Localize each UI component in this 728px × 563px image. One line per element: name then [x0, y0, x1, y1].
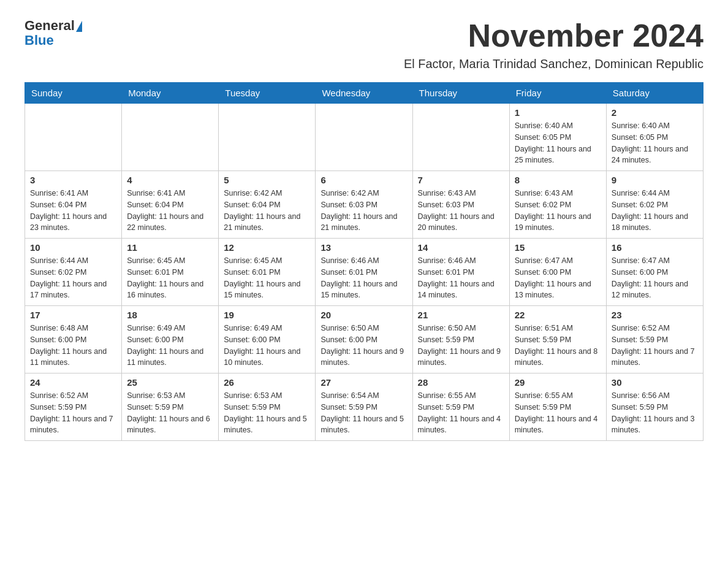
day-number: 24: [30, 377, 116, 388]
weekday-header-monday: Monday: [122, 83, 219, 104]
day-info: Sunrise: 6:52 AMSunset: 5:59 PMDaylight:…: [612, 323, 698, 369]
day-number: 13: [320, 242, 407, 253]
calendar-cell: 28Sunrise: 6:55 AMSunset: 5:59 PMDayligh…: [412, 373, 509, 441]
calendar-cell: [316, 104, 412, 171]
calendar-cell: 30Sunrise: 6:56 AMSunset: 5:59 PMDayligh…: [606, 373, 703, 441]
day-number: 3: [30, 175, 116, 185]
day-info: Sunrise: 6:43 AMSunset: 6:03 PMDaylight:…: [418, 188, 504, 234]
day-info: Sunrise: 6:55 AMSunset: 5:59 PMDaylight:…: [515, 390, 601, 436]
calendar-cell: 18Sunrise: 6:49 AMSunset: 6:00 PMDayligh…: [122, 306, 219, 373]
day-number: 4: [127, 175, 213, 185]
day-info: Sunrise: 6:43 AMSunset: 6:02 PMDaylight:…: [515, 188, 601, 234]
day-info: Sunrise: 6:48 AMSunset: 6:00 PMDaylight:…: [30, 323, 116, 369]
day-info: Sunrise: 6:41 AMSunset: 6:04 PMDaylight:…: [127, 188, 213, 234]
day-info: Sunrise: 6:42 AMSunset: 6:03 PMDaylight:…: [320, 188, 407, 234]
calendar-cell: 5Sunrise: 6:42 AMSunset: 6:04 PMDaylight…: [219, 171, 316, 239]
weekday-header-saturday: Saturday: [606, 83, 703, 104]
calendar-cell: 27Sunrise: 6:54 AMSunset: 5:59 PMDayligh…: [316, 373, 412, 441]
location-title: El Factor, Maria Trinidad Sanchez, Domin…: [404, 57, 703, 71]
calendar-cell: 24Sunrise: 6:52 AMSunset: 5:59 PMDayligh…: [25, 373, 122, 441]
calendar-cell: 13Sunrise: 6:46 AMSunset: 6:01 PMDayligh…: [316, 239, 412, 306]
weekday-header-row: SundayMondayTuesdayWednesdayThursdayFrid…: [25, 83, 703, 104]
day-number: 2: [612, 107, 698, 118]
calendar-cell: 21Sunrise: 6:50 AMSunset: 5:59 PMDayligh…: [412, 306, 509, 373]
page-header: General Blue November 2024 El Factor, Ma…: [25, 18, 703, 71]
day-info: Sunrise: 6:45 AMSunset: 6:01 PMDaylight:…: [224, 255, 310, 301]
day-number: 10: [30, 242, 116, 253]
day-info: Sunrise: 6:42 AMSunset: 6:04 PMDaylight:…: [224, 188, 310, 234]
day-info: Sunrise: 6:40 AMSunset: 6:05 PMDaylight:…: [515, 120, 601, 166]
day-info: Sunrise: 6:47 AMSunset: 6:00 PMDaylight:…: [612, 255, 698, 301]
day-number: 5: [224, 175, 310, 185]
day-number: 17: [30, 310, 116, 320]
month-title: November 2024: [404, 18, 703, 53]
calendar-cell: 25Sunrise: 6:53 AMSunset: 5:59 PMDayligh…: [122, 373, 219, 441]
calendar-cell: [122, 104, 219, 171]
day-number: 30: [612, 377, 698, 388]
day-number: 19: [224, 310, 310, 320]
day-info: Sunrise: 6:45 AMSunset: 6:01 PMDaylight:…: [127, 255, 213, 301]
logo-blue-text: Blue: [25, 33, 82, 48]
calendar-cell: 11Sunrise: 6:45 AMSunset: 6:01 PMDayligh…: [122, 239, 219, 306]
calendar-cell: [412, 104, 509, 171]
day-number: 18: [127, 310, 213, 320]
calendar-cell: 8Sunrise: 6:43 AMSunset: 6:02 PMDaylight…: [509, 171, 606, 239]
day-info: Sunrise: 6:53 AMSunset: 5:59 PMDaylight:…: [224, 390, 310, 436]
week-row-2: 3Sunrise: 6:41 AMSunset: 6:04 PMDaylight…: [25, 171, 703, 239]
weekday-header-sunday: Sunday: [25, 83, 122, 104]
day-info: Sunrise: 6:46 AMSunset: 6:01 PMDaylight:…: [320, 255, 407, 301]
calendar-cell: [219, 104, 316, 171]
day-info: Sunrise: 6:47 AMSunset: 6:00 PMDaylight:…: [515, 255, 601, 301]
day-info: Sunrise: 6:41 AMSunset: 6:04 PMDaylight:…: [30, 188, 116, 234]
weekday-header-thursday: Thursday: [412, 83, 509, 104]
day-info: Sunrise: 6:49 AMSunset: 6:00 PMDaylight:…: [127, 323, 213, 369]
calendar-table: SundayMondayTuesdayWednesdayThursdayFrid…: [25, 82, 703, 441]
week-row-5: 24Sunrise: 6:52 AMSunset: 5:59 PMDayligh…: [25, 373, 703, 441]
day-info: Sunrise: 6:52 AMSunset: 5:59 PMDaylight:…: [30, 390, 116, 436]
calendar-cell: 1Sunrise: 6:40 AMSunset: 6:05 PMDaylight…: [509, 104, 606, 171]
calendar-cell: 26Sunrise: 6:53 AMSunset: 5:59 PMDayligh…: [219, 373, 316, 441]
week-row-3: 10Sunrise: 6:44 AMSunset: 6:02 PMDayligh…: [25, 239, 703, 306]
day-info: Sunrise: 6:40 AMSunset: 6:05 PMDaylight:…: [612, 120, 698, 166]
week-row-1: 1Sunrise: 6:40 AMSunset: 6:05 PMDaylight…: [25, 104, 703, 171]
day-number: 27: [320, 377, 407, 388]
calendar-cell: 23Sunrise: 6:52 AMSunset: 5:59 PMDayligh…: [606, 306, 703, 373]
logo: General Blue: [25, 18, 82, 48]
day-info: Sunrise: 6:44 AMSunset: 6:02 PMDaylight:…: [30, 255, 116, 301]
calendar-cell: 20Sunrise: 6:50 AMSunset: 6:00 PMDayligh…: [316, 306, 412, 373]
calendar-cell: 19Sunrise: 6:49 AMSunset: 6:00 PMDayligh…: [219, 306, 316, 373]
day-number: 16: [612, 242, 698, 253]
day-info: Sunrise: 6:56 AMSunset: 5:59 PMDaylight:…: [612, 390, 698, 436]
day-info: Sunrise: 6:50 AMSunset: 6:00 PMDaylight:…: [320, 323, 407, 369]
day-number: 25: [127, 377, 213, 388]
calendar-cell: [25, 104, 122, 171]
day-info: Sunrise: 6:54 AMSunset: 5:59 PMDaylight:…: [320, 390, 407, 436]
calendar-cell: 3Sunrise: 6:41 AMSunset: 6:04 PMDaylight…: [25, 171, 122, 239]
calendar-cell: 9Sunrise: 6:44 AMSunset: 6:02 PMDaylight…: [606, 171, 703, 239]
day-number: 26: [224, 377, 310, 388]
logo-general-text: General: [25, 18, 75, 33]
day-info: Sunrise: 6:44 AMSunset: 6:02 PMDaylight:…: [612, 188, 698, 234]
day-number: 21: [418, 310, 504, 320]
calendar-cell: 6Sunrise: 6:42 AMSunset: 6:03 PMDaylight…: [316, 171, 412, 239]
calendar-cell: 29Sunrise: 6:55 AMSunset: 5:59 PMDayligh…: [509, 373, 606, 441]
calendar-cell: 15Sunrise: 6:47 AMSunset: 6:00 PMDayligh…: [509, 239, 606, 306]
day-number: 23: [612, 310, 698, 320]
day-number: 14: [418, 242, 504, 253]
weekday-header-tuesday: Tuesday: [219, 83, 316, 104]
calendar-cell: 14Sunrise: 6:46 AMSunset: 6:01 PMDayligh…: [412, 239, 509, 306]
calendar-cell: 4Sunrise: 6:41 AMSunset: 6:04 PMDaylight…: [122, 171, 219, 239]
day-number: 15: [515, 242, 601, 253]
title-area: November 2024 El Factor, Maria Trinidad …: [404, 18, 703, 71]
logo-triangle-icon: [76, 21, 82, 32]
day-number: 28: [418, 377, 504, 388]
day-number: 6: [320, 175, 407, 185]
day-number: 9: [612, 175, 698, 185]
calendar-cell: 12Sunrise: 6:45 AMSunset: 6:01 PMDayligh…: [219, 239, 316, 306]
calendar-cell: 10Sunrise: 6:44 AMSunset: 6:02 PMDayligh…: [25, 239, 122, 306]
calendar-cell: 22Sunrise: 6:51 AMSunset: 5:59 PMDayligh…: [509, 306, 606, 373]
day-info: Sunrise: 6:50 AMSunset: 5:59 PMDaylight:…: [418, 323, 504, 369]
day-number: 7: [418, 175, 504, 185]
day-number: 12: [224, 242, 310, 253]
calendar-cell: 7Sunrise: 6:43 AMSunset: 6:03 PMDaylight…: [412, 171, 509, 239]
